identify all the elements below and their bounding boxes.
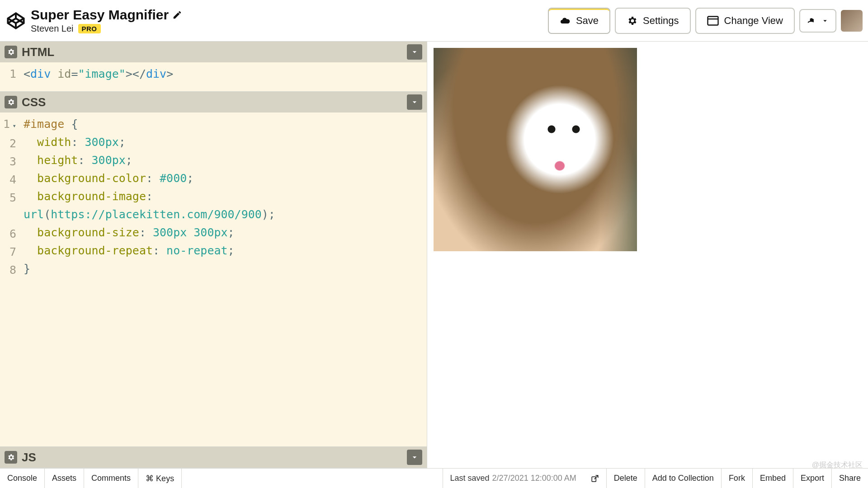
share-pop-button[interactable] — [584, 469, 607, 488]
panel-css: CSS 1▾2345 678 #image { width: 300px; he… — [0, 92, 427, 447]
cloud-icon — [560, 15, 571, 26]
panel-settings-js[interactable] — [5, 451, 17, 464]
panel-header-js: JS — [0, 447, 427, 468]
change-view-button[interactable]: Change View — [695, 8, 795, 34]
gear-icon — [627, 15, 637, 26]
preview-pane[interactable] — [427, 42, 868, 468]
pen-author[interactable]: Steven Lei — [31, 23, 74, 34]
panel-collapse-js[interactable] — [407, 450, 422, 465]
panel-collapse-css[interactable] — [407, 94, 422, 110]
save-label: Save — [576, 15, 599, 27]
panel-js: JS — [0, 447, 427, 468]
change-view-label: Change View — [724, 15, 783, 27]
console-button[interactable]: Console — [0, 469, 45, 488]
codepen-logo[interactable] — [5, 10, 26, 31]
keys-button[interactable]: ⌘ Keys — [138, 469, 182, 488]
main-area: HTML 1 <div id="image"></div> CSS — [0, 42, 868, 468]
avatar[interactable] — [841, 10, 863, 32]
chevron-down-icon — [821, 17, 829, 25]
header-bar: Super Easy Magnifier Steven Lei PRO Save… — [0, 0, 868, 42]
preview-image — [434, 48, 637, 251]
panel-header-html: HTML — [0, 42, 427, 62]
fork-button[interactable]: Fork — [722, 469, 753, 488]
save-button[interactable]: Save — [548, 8, 610, 34]
pin-icon — [807, 16, 816, 25]
popout-icon — [591, 474, 599, 483]
code-editor-html[interactable]: 1 <div id="image"></div> — [0, 62, 427, 91]
editors-column: HTML 1 <div id="image"></div> CSS — [0, 42, 427, 468]
panel-header-css: CSS — [0, 92, 427, 113]
layout-icon — [707, 16, 719, 26]
panel-settings-css[interactable] — [5, 96, 17, 108]
panel-title-html: HTML — [22, 45, 54, 59]
export-button[interactable]: Export — [793, 469, 832, 488]
assets-button[interactable]: Assets — [45, 469, 84, 488]
settings-button[interactable]: Settings — [615, 8, 691, 34]
panel-title-js: JS — [22, 450, 36, 465]
settings-label: Settings — [643, 15, 679, 27]
footer-bar: Console Assets Comments ⌘ Keys Last save… — [0, 468, 868, 488]
panel-title-css: CSS — [22, 95, 46, 109]
comments-button[interactable]: Comments — [84, 469, 138, 488]
share-button[interactable]: Share — [832, 469, 868, 488]
delete-button[interactable]: Delete — [607, 469, 645, 488]
pen-title[interactable]: Super Easy Magnifier — [31, 7, 169, 23]
panel-collapse-html[interactable] — [407, 44, 422, 60]
embed-button[interactable]: Embed — [753, 469, 793, 488]
code-editor-css[interactable]: 1▾2345 678 #image { width: 300px; height… — [0, 113, 427, 446]
svg-rect-5 — [592, 477, 596, 482]
panel-html: HTML 1 <div id="image"></div> — [0, 42, 427, 92]
edit-icon[interactable] — [172, 10, 182, 20]
panel-settings-html[interactable] — [5, 46, 17, 58]
svg-rect-3 — [708, 16, 718, 25]
pin-dropdown-button[interactable] — [799, 9, 836, 33]
add-collection-button[interactable]: Add to Collection — [645, 469, 722, 488]
pro-badge: PRO — [78, 24, 101, 33]
last-saved: Last saved 2/27/2021 12:00:00 AM — [443, 469, 584, 488]
